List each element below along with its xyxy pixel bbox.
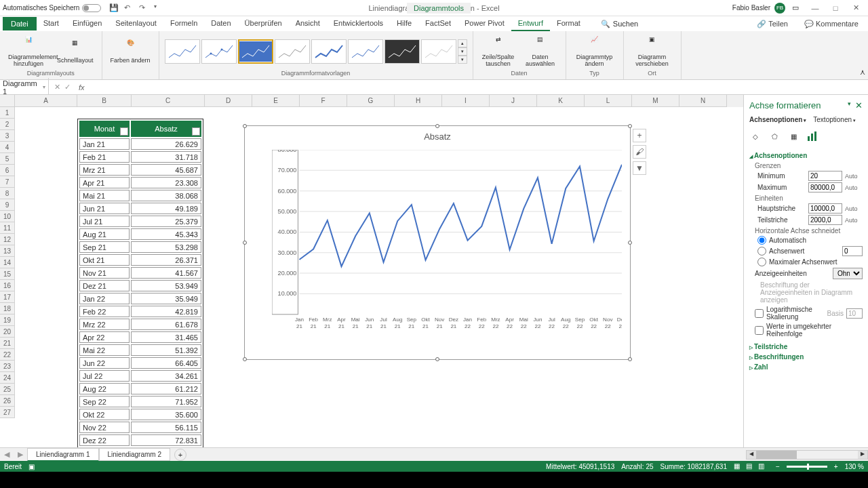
- column-header[interactable]: F: [300, 95, 347, 107]
- effects-icon[interactable]: ⬠: [768, 130, 781, 142]
- row-header[interactable]: 14: [0, 257, 15, 268]
- row-header[interactable]: 8: [0, 188, 15, 199]
- style-1[interactable]: [165, 39, 200, 64]
- row-header[interactable]: 6: [0, 165, 15, 176]
- tab-formeln[interactable]: Formeln: [163, 16, 204, 31]
- switch-row-column-button[interactable]: ⇄Zeile/Spalte tauschen: [479, 35, 518, 68]
- row-header[interactable]: 4: [0, 142, 15, 153]
- style-3[interactable]: [238, 39, 273, 64]
- formula-input[interactable]: [87, 86, 868, 89]
- normal-view-icon[interactable]: ▦: [734, 462, 745, 470]
- row-header[interactable]: 7: [0, 176, 15, 188]
- row-header[interactable]: 23: [0, 361, 15, 372]
- auto-radio[interactable]: [757, 236, 766, 245]
- user-info[interactable]: Fabio Basler FB: [732, 3, 785, 14]
- undo-icon[interactable]: ↶: [124, 3, 134, 13]
- select-all-corner[interactable]: [0, 95, 15, 107]
- column-header[interactable]: K: [537, 95, 585, 107]
- filter-icon[interactable]: ▾: [192, 127, 200, 136]
- tab-file[interactable]: Datei: [3, 17, 37, 30]
- table-row[interactable]: Jul 2234.261: [79, 370, 201, 382]
- filter-icon[interactable]: ▾: [120, 127, 128, 136]
- table-row[interactable]: Aug 2261.212: [79, 383, 201, 394]
- autosave-toggle[interactable]: Automatisches Speichern: [3, 4, 101, 12]
- confirm-formula-icon[interactable]: ✓: [64, 83, 71, 92]
- row-header[interactable]: 17: [0, 291, 15, 303]
- axis-options-icon[interactable]: [806, 130, 818, 142]
- column-header[interactable]: D: [205, 95, 252, 107]
- toggle-switch[interactable]: [82, 4, 101, 12]
- zoom-out-button[interactable]: −: [776, 463, 780, 470]
- style-5[interactable]: [311, 39, 347, 64]
- row-header[interactable]: 22: [0, 349, 15, 361]
- axis-value-input[interactable]: [842, 246, 863, 256]
- cancel-formula-icon[interactable]: ✕: [54, 83, 60, 92]
- table-row[interactable]: Jan 2126.629: [79, 138, 201, 150]
- row-header[interactable]: 19: [0, 314, 15, 326]
- table-row[interactable]: Dez 2153.949: [79, 280, 201, 291]
- table-row[interactable]: Okt 2235.600: [79, 409, 201, 420]
- column-headers[interactable]: ABCDEFGHIJKLMN: [15, 95, 868, 107]
- page-layout-icon[interactable]: ▤: [746, 462, 757, 470]
- style-7[interactable]: [384, 39, 420, 64]
- tab-hilfe[interactable]: Hilfe: [390, 16, 418, 31]
- close-button[interactable]: ✕: [846, 1, 865, 15]
- table-row[interactable]: Apr 2231.465: [79, 331, 201, 343]
- tell-me-search[interactable]: 🔍 Suchen: [601, 20, 638, 28]
- style-2[interactable]: [201, 39, 237, 64]
- header-absatz[interactable]: Absatz▾: [131, 121, 201, 137]
- major-input[interactable]: [808, 203, 842, 214]
- table-row[interactable]: Jun 2149.189: [79, 203, 201, 214]
- zoom-level[interactable]: 130 %: [845, 463, 864, 470]
- table-row[interactable]: Mai 2138.068: [79, 190, 201, 201]
- name-box[interactable]: Diagramm 1: [0, 78, 49, 97]
- table-row[interactable]: Feb 2131.718: [79, 151, 201, 163]
- maximize-button[interactable]: □: [826, 1, 845, 15]
- table-row[interactable]: Okt 2126.371: [79, 254, 201, 266]
- tickmarks-section[interactable]: Teilstriche: [749, 343, 863, 350]
- sheet-nav-next[interactable]: ▶: [14, 450, 27, 459]
- table-row[interactable]: Sep 2271.952: [79, 396, 201, 407]
- redo-icon[interactable]: ↷: [139, 3, 149, 13]
- column-header[interactable]: L: [585, 95, 632, 107]
- text-options-tab[interactable]: Textoptionen: [813, 116, 856, 123]
- row-header[interactable]: 21: [0, 338, 15, 349]
- zoom-slider[interactable]: [787, 466, 827, 468]
- row-header[interactable]: 9: [0, 199, 15, 211]
- row-header[interactable]: 13: [0, 245, 15, 257]
- quick-layout-button[interactable]: ▦Schnelllayout: [54, 38, 96, 65]
- fx-icon[interactable]: fx: [76, 83, 87, 92]
- table-row[interactable]: Aug 2145.343: [79, 228, 201, 240]
- chart-filters-button[interactable]: ▼: [633, 161, 646, 175]
- style-6[interactable]: [348, 39, 383, 64]
- chart-style-gallery[interactable]: ▴▾▾: [165, 39, 467, 64]
- table-row[interactable]: Jan 2235.949: [79, 293, 201, 304]
- sheet-tab-1[interactable]: Liniendiagramm 1: [27, 448, 99, 462]
- row-header[interactable]: 18: [0, 303, 15, 314]
- chart-styles-button[interactable]: 🖌: [633, 145, 646, 159]
- row-header[interactable]: 16: [0, 280, 15, 291]
- save-icon[interactable]: 💾: [109, 3, 119, 13]
- tab-factset[interactable]: FactSet: [418, 16, 458, 31]
- tab-format[interactable]: Format: [550, 16, 587, 31]
- table-row[interactable]: Apr 2123.308: [79, 177, 201, 188]
- row-header[interactable]: 15: [0, 268, 15, 280]
- add-sheet-button[interactable]: +: [174, 449, 186, 461]
- panel-close-icon[interactable]: ✕: [855, 100, 863, 110]
- minimize-button[interactable]: —: [806, 1, 825, 15]
- tab-einfügen[interactable]: Einfügen: [66, 16, 108, 31]
- table-row[interactable]: Jun 2266.405: [79, 357, 201, 369]
- log-scale-checkbox[interactable]: [755, 309, 764, 318]
- cells[interactable]: Monat▾ Absatz▾ Jan 2126.629Feb 2131.718M…: [15, 107, 868, 434]
- row-header[interactable]: 1: [0, 107, 15, 119]
- collapse-ribbon-button[interactable]: ⋏: [857, 65, 868, 79]
- table-row[interactable]: Feb 2242.819: [79, 306, 201, 317]
- sheet-nav-prev[interactable]: ◀: [0, 450, 14, 459]
- table-row[interactable]: Mrz 2261.678: [79, 319, 201, 330]
- table-row[interactable]: Nov 2141.567: [79, 267, 201, 279]
- tab-daten[interactable]: Daten: [204, 16, 237, 31]
- horizontal-scrollbar[interactable]: ◀▶: [746, 450, 868, 460]
- labels-section[interactable]: Beschriftungen: [749, 353, 863, 361]
- share-button[interactable]: 🔗 Teilen: [750, 17, 795, 31]
- table-row[interactable]: Jul 2125.379: [79, 216, 201, 227]
